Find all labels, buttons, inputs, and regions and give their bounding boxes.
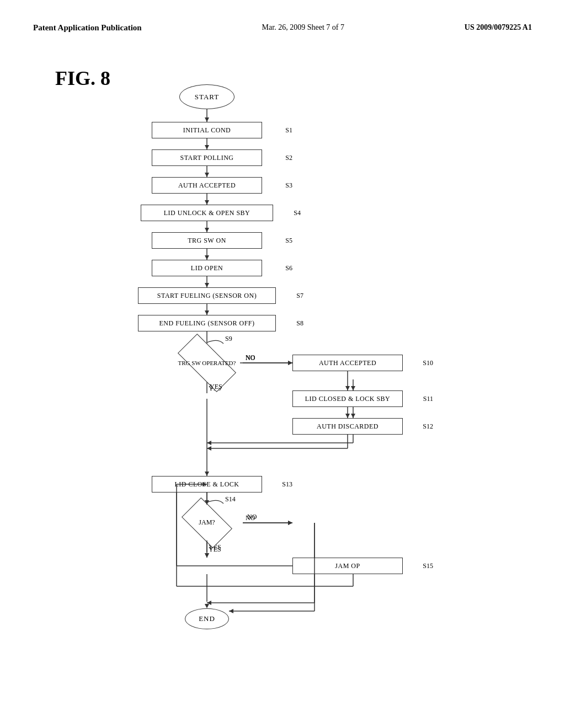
s1-label: INITIAL COND — [183, 126, 231, 135]
svg-marker-46 — [207, 601, 211, 605]
svg-text:NO: NO — [246, 514, 255, 522]
s4-step: S4 — [294, 209, 301, 217]
s6-box: LID OPEN — [152, 260, 262, 276]
s14-label: JAM? — [199, 518, 215, 527]
s9-container: TRG SW OPERATED? — [154, 346, 259, 379]
svg-text:NO: NO — [247, 513, 257, 521]
svg-marker-1 — [205, 117, 209, 122]
s7-container: START FUELING (SENSOR ON) S7 — [138, 287, 276, 304]
s12-box: AUTH DISCARDED — [292, 418, 403, 435]
s13-label: LID CLOSE & LOCK — [175, 480, 239, 489]
s6-step: S6 — [285, 264, 292, 272]
s13-container: LID CLOSE & LOCK S13 — [152, 476, 262, 493]
svg-marker-66 — [207, 446, 211, 451]
page-header: Patent Application Publication Mar. 26, … — [33, 22, 532, 34]
svg-marker-13 — [205, 283, 209, 287]
s13-box: LID CLOSE & LOCK — [152, 476, 262, 493]
s5-box: TRG SW ON — [152, 232, 262, 249]
s12-step: S12 — [423, 422, 433, 431]
s5-label: TRG SW ON — [188, 237, 226, 245]
s13-step: S13 — [282, 480, 292, 489]
svg-marker-11 — [205, 255, 209, 260]
s6-label: LID OPEN — [191, 264, 223, 272]
svg-marker-9 — [205, 228, 209, 232]
s15-step: S15 — [423, 562, 433, 570]
svg-marker-7 — [205, 200, 209, 205]
header-date-sheet: Mar. 26, 2009 Sheet 7 of 7 — [262, 23, 344, 32]
svg-marker-21 — [205, 472, 209, 476]
s11-step: S11 — [423, 395, 433, 403]
s7-label: START FUELING (SENSOR ON) — [157, 292, 257, 300]
svg-marker-36 — [205, 553, 209, 558]
s5-step: S5 — [285, 237, 292, 245]
s1-step: S1 — [285, 126, 292, 135]
s3-container: AUTH ACCEPTED S3 — [152, 177, 262, 194]
s9-label: TRG SW OPERATED? — [178, 360, 236, 366]
s8-box: END FUELING (SENSOR OFF) — [138, 315, 276, 331]
s6-container: LID OPEN S6 — [152, 260, 262, 276]
svg-marker-3 — [205, 145, 209, 149]
s4-container: LID UNLOCK & OPEN SBY S4 — [141, 205, 273, 221]
svg-marker-24 — [288, 361, 292, 365]
end-label: END — [199, 614, 215, 623]
s3-label: AUTH ACCEPTED — [178, 181, 236, 190]
svg-marker-48 — [205, 604, 209, 608]
s15-container: JAM OP S15 — [292, 558, 403, 574]
s14-container: JAM? — [171, 505, 243, 540]
flowchart: S9 YES NO S14 — [121, 84, 497, 663]
s11-label: LID CLOSED & LOCK SBY — [305, 395, 391, 403]
svg-marker-57 — [205, 553, 209, 558]
s10-box: AUTH ACCEPTED — [292, 355, 403, 371]
svg-marker-15 — [205, 311, 209, 315]
s8-container: END FUELING (SENSOR OFF) S8 — [138, 315, 276, 331]
svg-text:S14: S14 — [225, 495, 236, 503]
s1-container: INITIAL COND S1 — [152, 122, 262, 138]
svg-marker-5 — [205, 173, 209, 177]
s11-container: LID CLOSED & LOCK SBY S11 — [292, 390, 403, 407]
page: Patent Application Publication Mar. 26, … — [0, 0, 565, 728]
s7-box: START FUELING (SENSOR ON) — [138, 287, 276, 304]
s2-step: S2 — [285, 154, 292, 162]
start-label: START — [195, 93, 219, 101]
s10-label: AUTH ACCEPTED — [319, 359, 376, 367]
start-node: START — [179, 84, 234, 109]
s4-box: LID UNLOCK & OPEN SBY — [141, 205, 273, 221]
s12-container: AUTH DISCARDED S12 — [292, 418, 403, 435]
svg-text:S9: S9 — [225, 335, 232, 342]
svg-marker-31 — [207, 441, 211, 445]
svg-marker-50 — [288, 521, 292, 525]
s7-step: S7 — [296, 292, 303, 300]
svg-marker-71 — [229, 609, 233, 613]
svg-text:YES: YES — [209, 545, 221, 553]
s12-label: AUTH DISCARDED — [317, 422, 379, 431]
s10-container: AUTH ACCEPTED S10 — [292, 355, 403, 371]
header-patent-number: US 2009/0079225 A1 — [465, 23, 532, 32]
svg-marker-28 — [351, 414, 355, 418]
svg-marker-61 — [288, 361, 292, 365]
s10-step: S10 — [423, 359, 433, 367]
s8-label: END FUELING (SENSOR OFF) — [159, 319, 254, 328]
svg-marker-73 — [345, 386, 350, 390]
s2-container: START POLLING S2 — [152, 149, 262, 166]
s8-step: S8 — [296, 319, 303, 328]
s4-label: LID UNLOCK & OPEN SBY — [164, 209, 250, 217]
s5-container: TRG SW ON S5 — [152, 232, 262, 249]
s2-label: START POLLING — [180, 154, 234, 162]
s1-box: INITIAL COND — [152, 122, 262, 138]
svg-marker-39 — [288, 521, 292, 525]
s15-box: JAM OP — [292, 558, 403, 574]
header-publication: Patent Application Publication — [33, 22, 142, 34]
s2-box: START POLLING — [152, 149, 262, 166]
svg-marker-26 — [351, 386, 355, 390]
s11-box: LID CLOSED & LOCK SBY — [292, 390, 403, 407]
s3-box: AUTH ACCEPTED — [152, 177, 262, 194]
end-node: END — [185, 608, 229, 629]
svg-marker-75 — [345, 414, 350, 418]
s15-label: JAM OP — [335, 562, 360, 570]
s3-step: S3 — [285, 181, 292, 190]
